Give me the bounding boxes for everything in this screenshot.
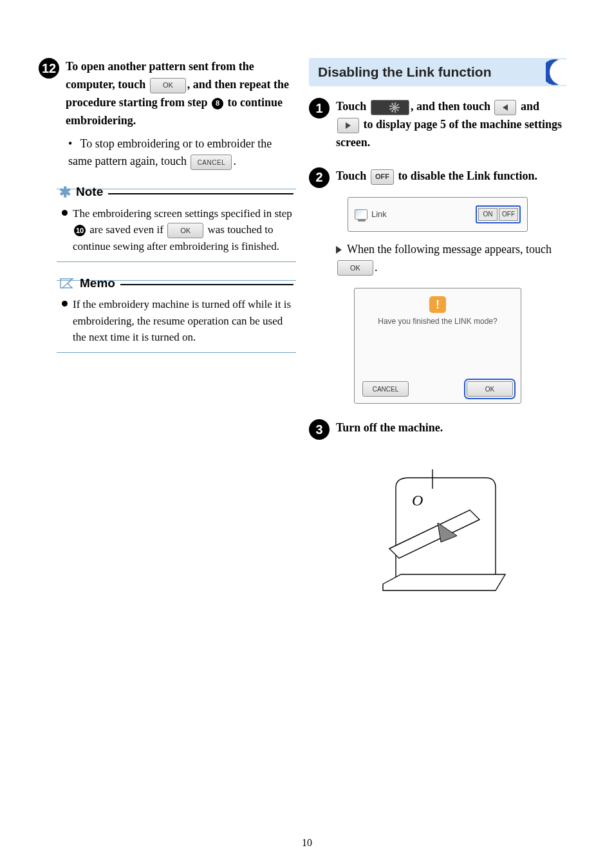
section-cap-icon <box>546 58 570 86</box>
note-head: ✱ Note <box>59 183 293 202</box>
ok-button-icon: OK <box>337 260 373 276</box>
switch-label: O <box>412 492 423 509</box>
step-2: 2 Touch OFF to disable the Link function… <box>309 167 566 188</box>
step-1-text-a: Touch <box>336 100 366 113</box>
step-12-bullet-a: To stop embroidering or to embroider the… <box>68 137 272 168</box>
dialog-message: Have you finished the LINK mode? <box>362 317 513 375</box>
step-2-result-a: When the following message appears, touc… <box>347 243 552 256</box>
toggle-off: OFF <box>499 208 518 221</box>
triangle-left-icon <box>503 104 508 111</box>
right-column: Disabling the Link function 1 Touch , an… <box>309 58 566 597</box>
page-content: 12 To open another pattern sent from the… <box>0 0 614 616</box>
note-body-a: The embroidering screen settings specifi… <box>73 207 292 220</box>
ok-button-icon: OK <box>150 78 186 93</box>
step-2-body: Touch OFF to disable the Link function. <box>336 167 566 185</box>
memo-icon <box>59 277 75 290</box>
note-text: The embroidering screen settings specifi… <box>73 205 293 255</box>
step-1-text-c: and <box>521 100 539 113</box>
step-2-text-a: Touch <box>336 169 366 182</box>
ok-button-icon: OK <box>167 223 203 238</box>
nav-prev-icon <box>494 100 516 115</box>
link-label: Link <box>355 209 387 220</box>
gear-icon <box>389 102 400 113</box>
note-title: Note <box>76 183 103 202</box>
memo-body: If the embroidery machine is turned off … <box>59 296 293 346</box>
dialog-ok-button: OK <box>467 381 513 397</box>
step-1: 1 Touch , and then touch and to display … <box>309 98 566 152</box>
cancel-button-icon: CANCEL <box>191 155 232 170</box>
note-body: The embroidering screen settings specifi… <box>59 205 293 255</box>
step-1-text-d: to display page 5 of the machine setting… <box>336 118 562 149</box>
left-column: 12 To open another pattern sent from the… <box>39 58 296 597</box>
section-head: Disabling the Link function <box>309 58 566 86</box>
dialog-cancel-button: CANCEL <box>362 381 409 397</box>
step-badge-3: 3 <box>309 419 330 440</box>
memo-head: Memo <box>59 274 293 293</box>
section-title: Disabling the Link function <box>318 64 492 80</box>
step-badge-1: 1 <box>309 98 330 118</box>
machine-illustration: O <box>309 462 566 597</box>
memo-box: Memo If the embroidery machine is turned… <box>57 280 296 353</box>
step-1-text-b: , and then touch <box>411 100 490 113</box>
memo-title: Memo <box>80 274 115 293</box>
bullet-dot <box>62 301 68 307</box>
toggle-on: ON <box>478 208 498 221</box>
step-12-bullet: To stop embroidering or to embroider the… <box>68 135 296 171</box>
step-3: 3 Turn off the machine. <box>309 419 566 440</box>
ref-badge-10: 10 <box>74 225 86 236</box>
link-label-text: Link <box>371 209 387 219</box>
step-3-body: Turn off the machine. <box>336 419 566 437</box>
note-icon: ✱ <box>59 185 71 200</box>
step-2-result: When the following message appears, touc… <box>336 241 566 277</box>
confirm-dialog: ! Have you finished the LINK mode? CANCE… <box>354 288 521 404</box>
step-12-body: To open another pattern sent from the co… <box>66 58 296 130</box>
warning-icon: ! <box>429 296 446 313</box>
pc-icon <box>355 209 367 220</box>
step-2-result-b: . <box>375 261 378 274</box>
memo-text: If the embroidery machine is turned off … <box>73 296 293 346</box>
on-off-toggle: ON OFF <box>476 205 521 223</box>
step-2-text-b: to disable the Link function. <box>398 169 537 182</box>
ref-badge-8: 8 <box>212 98 223 109</box>
bullet-dot <box>62 210 68 216</box>
step-badge-12: 12 <box>39 58 59 79</box>
note-rule <box>108 193 293 194</box>
step-badge-2: 2 <box>309 167 330 188</box>
step-12: 12 To open another pattern sent from the… <box>39 58 296 130</box>
link-setting-panel: Link ON OFF <box>348 197 528 232</box>
memo-rule <box>120 284 293 285</box>
note-box: ✱ Note The embroidering screen settings … <box>57 189 296 262</box>
result-arrow-icon <box>336 246 342 254</box>
off-button-icon: OFF <box>371 169 394 185</box>
settings-button-icon <box>371 100 409 115</box>
step-1-body: Touch , and then touch and to display pa… <box>336 98 566 152</box>
page-number: 10 <box>0 837 614 849</box>
triangle-right-icon <box>346 122 351 129</box>
note-body-b: are saved even if <box>89 223 163 236</box>
dialog-buttons: CANCEL OK <box>362 381 513 397</box>
step-12-bullet-b: . <box>233 155 236 167</box>
nav-next-icon <box>337 118 359 133</box>
